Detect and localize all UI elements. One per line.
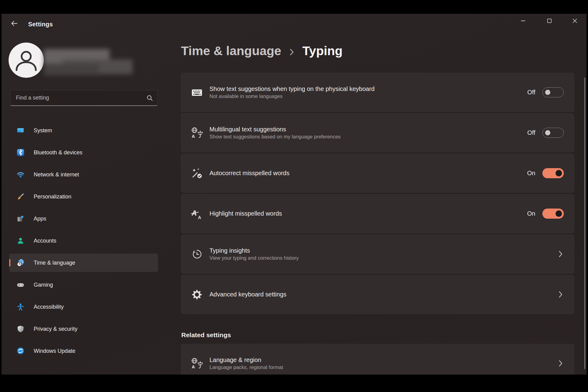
keyboard-icon: [191, 86, 203, 99]
card-subtitle: View your typing and corrections history: [209, 255, 299, 261]
selected-indicator: [9, 259, 10, 266]
chevron-right-icon: [559, 251, 563, 258]
apps-icon: [17, 215, 24, 223]
card-control: Off: [527, 87, 574, 97]
sidebar-item-windows-update[interactable]: Windows Update: [9, 342, 158, 360]
bluetooth-icon: [17, 149, 24, 156]
card-icon-wrap: AA: [190, 208, 203, 220]
card-text: Highlight misspelled words: [209, 210, 282, 217]
toggle-state-label: Off: [527, 129, 535, 136]
maximize-icon: [547, 18, 552, 23]
card-title: Highlight misspelled words: [209, 210, 282, 217]
user-name-redacted: [44, 49, 133, 76]
settings-card-autocorrect-misspelled-words: Autocorrect misspelled wordsOn: [181, 154, 574, 193]
network-icon: [17, 171, 24, 179]
chevron-right-icon: [559, 291, 563, 298]
card-icon-wrap: [190, 167, 203, 179]
system-icon: [17, 126, 24, 134]
sidebar-item-label: Time & language: [34, 260, 75, 266]
sidebar-item-label: Bluetooth & devices: [34, 149, 82, 156]
sidebar-item-apps[interactable]: Apps: [9, 209, 158, 228]
settings-card-highlight-misspelled-words: AAHighlight misspelled wordsOn: [181, 194, 574, 233]
close-button[interactable]: [566, 14, 584, 27]
svg-text:A: A: [198, 215, 201, 220]
card-control: [559, 360, 574, 367]
gaming-icon: [17, 281, 24, 289]
card-text: Autocorrect misspelled words: [209, 170, 289, 177]
sidebar-item-label: Accessibility: [34, 304, 64, 310]
settings-list: Show text suggestions when typing on the…: [181, 73, 574, 384]
cards-group: Show text suggestions when typing on the…: [181, 73, 574, 314]
time-language-icon: [17, 259, 24, 267]
back-button[interactable]: [7, 17, 21, 29]
sidebar-item-accessibility[interactable]: Accessibility: [9, 298, 158, 316]
toggle-state-label: On: [527, 210, 535, 217]
breadcrumb-parent[interactable]: Time & language: [181, 44, 281, 58]
settings-card-advanced-keyboard-settings[interactable]: Advanced keyboard settings: [181, 275, 574, 314]
card-icon-wrap: [190, 248, 203, 260]
svg-text:A: A: [192, 134, 195, 138]
minimize-icon: [521, 18, 526, 23]
search-box: [10, 90, 158, 106]
card-control: On: [527, 209, 574, 219]
sidebar-item-label: Network & internet: [34, 172, 79, 178]
toggle-state-label: On: [527, 170, 535, 177]
toggle-knob: [556, 170, 562, 176]
autocorrect-icon: [191, 167, 203, 179]
sidebar-item-network-internet[interactable]: Network & internet: [9, 165, 158, 184]
sidebar-item-system[interactable]: System: [9, 121, 158, 140]
toggle-show-text-suggestions-when-typing-on-the-physical-keyboard[interactable]: [542, 87, 564, 97]
settings-card-multilingual-text-suggestions: AMultilingual text suggestionsShow text …: [181, 113, 574, 152]
letterbox-right: [586, 0, 588, 392]
sidebar-item-label: Personalization: [34, 194, 71, 200]
toggle-highlight-misspelled-words[interactable]: [542, 209, 564, 219]
sidebar-item-label: Windows Update: [34, 348, 75, 354]
personalization-icon: [17, 193, 24, 201]
scrollbar-thumb[interactable]: [584, 77, 585, 369]
card-text: Language & regionLanguage packs, regiona…: [209, 356, 283, 370]
settings-card-typing-insights[interactable]: Typing insightsView your typing and corr…: [181, 235, 574, 273]
sidebar-item-personalization[interactable]: Personalization: [9, 187, 158, 206]
sidebar-item-label: Accounts: [34, 238, 56, 244]
person-icon: [9, 43, 44, 78]
toggle-knob: [545, 90, 550, 95]
gear-icon: [191, 288, 203, 301]
search-icon: [147, 95, 153, 101]
minimize-button[interactable]: [514, 14, 532, 27]
translate-icon: A: [191, 357, 203, 370]
sidebar-item-label: Privacy & security: [34, 326, 77, 332]
card-text: Typing insightsView your typing and corr…: [209, 247, 299, 261]
sidebar-item-label: System: [34, 127, 52, 134]
card-title: Language & region: [209, 356, 283, 364]
card-control: [559, 251, 574, 258]
card-title: Autocorrect misspelled words: [209, 170, 289, 177]
search-input[interactable]: [10, 95, 147, 101]
toggle-multilingual-text-suggestions[interactable]: [542, 128, 564, 138]
accounts-icon: [17, 237, 24, 245]
history-icon: [191, 248, 203, 260]
card-title: Show text suggestions when typing on the…: [209, 85, 375, 92]
sidebar-item-time-language[interactable]: Time & language: [9, 254, 158, 272]
sidebar-item-bluetooth-devices[interactable]: Bluetooth & devices: [9, 143, 158, 162]
accessibility-icon: [17, 303, 24, 311]
card-text: Multilingual text suggestionsShow text s…: [209, 126, 341, 140]
card-text: Show text suggestions when typing on the…: [209, 85, 375, 99]
card-icon-wrap: A: [190, 357, 203, 370]
sidebar-item-gaming[interactable]: Gaming: [9, 276, 158, 294]
sidebar-item-accounts[interactable]: Accounts: [9, 232, 158, 250]
maximize-button[interactable]: [541, 14, 558, 27]
card-subtitle: Language packs, regional format: [209, 364, 283, 370]
toggle-knob: [545, 130, 550, 135]
sidebar-item-privacy-security[interactable]: Privacy & security: [9, 320, 158, 338]
close-icon: [572, 18, 577, 23]
translate-icon: A: [191, 127, 203, 139]
app-title: Settings: [28, 21, 53, 28]
letterbox-top: [0, 0, 588, 14]
settings-card-show-text-suggestions-when-typing-on-the-physical-keyboard: Show text suggestions when typing on the…: [181, 73, 574, 112]
svg-text:A: A: [192, 364, 195, 369]
breadcrumb: Time & language Typing: [181, 44, 343, 58]
letterbox-left: [0, 0, 2, 392]
avatar[interactable]: [9, 43, 44, 78]
toggle-autocorrect-misspelled-words[interactable]: [542, 168, 564, 178]
card-title: Advanced keyboard settings: [209, 291, 286, 298]
